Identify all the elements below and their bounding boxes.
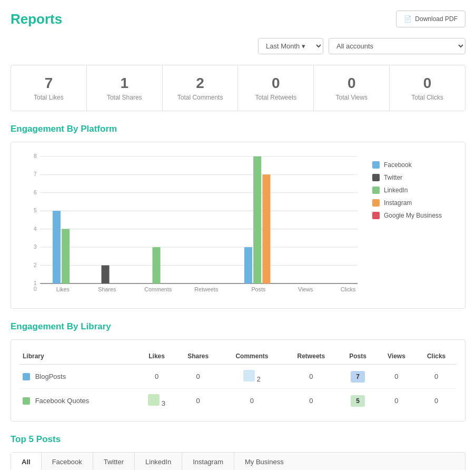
chart-container: 8 7 6 5 4 3 2 1 0 Likes xyxy=(11,142,465,309)
svg-text:5: 5 xyxy=(34,207,37,213)
svg-rect-18 xyxy=(62,229,70,283)
col-clicks: Clicks xyxy=(416,348,457,365)
svg-text:Views: Views xyxy=(298,286,313,292)
stat-total-retweets: 0 Total Retweets xyxy=(238,65,314,111)
svg-rect-22 xyxy=(152,247,160,283)
download-icon: 📄 xyxy=(404,15,412,23)
table-row: BlogPosts 0 0 2 0 7 0 0 xyxy=(19,365,457,389)
top5-posts-section: Top 5 Posts All Facebook Twitter LinkedI… xyxy=(11,434,465,470)
download-pdf-button[interactable]: 📄 Download PDF xyxy=(396,11,465,27)
col-likes: Likes xyxy=(137,348,176,365)
tab-mybusiness[interactable]: My Business xyxy=(234,453,294,470)
facebook-legend-color xyxy=(372,161,380,169)
table-row: Facebook Quotes 3 0 0 0 5 0 0 xyxy=(19,389,457,413)
blogposts-comments: 2 xyxy=(220,365,283,389)
svg-rect-25 xyxy=(244,247,252,283)
stat-total-clicks: 0 Total Clicks xyxy=(390,65,465,111)
svg-rect-27 xyxy=(262,174,270,283)
linkedin-legend-color xyxy=(372,187,380,194)
bar-chart: 8 7 6 5 4 3 2 1 0 Likes xyxy=(19,151,367,300)
chart-legend: Facebook Twitter LinkedIn Instagram xyxy=(372,151,457,300)
svg-text:0: 0 xyxy=(34,286,37,292)
legend-linkedin: LinkedIn xyxy=(372,187,457,194)
svg-text:Shares: Shares xyxy=(98,286,116,292)
blogposts-shares: 0 xyxy=(176,365,220,389)
legend-gmb: Google My Business xyxy=(372,212,457,219)
library-table: Library Likes Shares Comments Retweets P… xyxy=(19,348,457,413)
library-name-fbquotes: Facebook Quotes xyxy=(19,389,137,413)
likes-badge-green xyxy=(148,394,160,406)
svg-text:6: 6 xyxy=(34,189,37,195)
engagement-by-library-section: Engagement By Library Library Likes Shar… xyxy=(11,321,465,422)
legend-instagram: Instagram xyxy=(372,199,457,207)
col-comments: Comments xyxy=(220,348,283,365)
svg-text:Posts: Posts xyxy=(251,286,265,292)
posts-tabs-bar: All Facebook Twitter LinkedIn Instagram … xyxy=(11,452,465,470)
fbquotes-retweets: 0 xyxy=(283,389,339,413)
fbquotes-likes: 3 xyxy=(137,389,176,413)
comments-badge-blue xyxy=(243,370,255,381)
library-name-blogposts: BlogPosts xyxy=(19,365,137,389)
svg-rect-17 xyxy=(53,211,61,283)
blogposts-views: 0 xyxy=(377,365,416,389)
col-shares: Shares xyxy=(176,348,220,365)
svg-text:Clicks: Clicks xyxy=(341,286,356,292)
legend-twitter: Twitter xyxy=(372,174,457,181)
tab-linkedin[interactable]: LinkedIn xyxy=(135,453,182,470)
page-header: Reports 📄 Download PDF xyxy=(11,11,465,27)
col-library: Library xyxy=(19,348,137,365)
stat-total-comments: 2 Total Comments xyxy=(163,65,239,111)
gmb-legend-color xyxy=(372,212,380,219)
blogposts-retweets: 0 xyxy=(283,365,339,389)
accounts-filter[interactable]: All accounts Facebook Twitter LinkedIn I… xyxy=(329,38,465,54)
blogposts-posts: 7 xyxy=(339,365,376,389)
svg-rect-20 xyxy=(102,266,110,283)
library-table-container: Library Likes Shares Comments Retweets P… xyxy=(11,339,465,422)
col-posts: Posts xyxy=(339,348,376,365)
col-views: Views xyxy=(377,348,416,365)
legend-facebook: Facebook xyxy=(372,161,457,169)
stat-total-views: 0 Total Views xyxy=(314,65,390,111)
table-header-row: Library Likes Shares Comments Retweets P… xyxy=(19,348,457,365)
svg-text:Retweets: Retweets xyxy=(194,286,218,292)
svg-text:Likes: Likes xyxy=(56,286,70,292)
stat-total-shares: 1 Total Shares xyxy=(87,65,163,111)
fbquotes-comments: 0 xyxy=(220,389,283,413)
chart-svg: 8 7 6 5 4 3 2 1 0 Likes xyxy=(19,151,367,298)
fbquotes-posts: 5 xyxy=(339,389,376,413)
svg-text:Comments: Comments xyxy=(144,286,172,292)
page-title: Reports xyxy=(11,11,62,27)
library-icon-green xyxy=(23,397,30,405)
fbquotes-clicks: 0 xyxy=(416,389,457,413)
twitter-legend-color xyxy=(372,174,380,181)
tab-twitter[interactable]: Twitter xyxy=(93,453,135,470)
tab-all[interactable]: All xyxy=(11,453,42,470)
svg-text:2: 2 xyxy=(34,262,37,268)
col-retweets: Retweets xyxy=(283,348,339,365)
period-filter[interactable]: Last Month ▾ This Month Last 3 Months La… xyxy=(258,38,323,54)
filters-row: Last Month ▾ This Month Last 3 Months La… xyxy=(11,38,465,54)
svg-text:7: 7 xyxy=(34,171,37,177)
svg-text:4: 4 xyxy=(34,226,37,232)
stats-row: 7 Total Likes 1 Total Shares 2 Total Com… xyxy=(11,65,465,111)
blogposts-likes: 0 xyxy=(137,365,176,389)
instagram-legend-color xyxy=(372,199,380,207)
tab-facebook[interactable]: Facebook xyxy=(42,453,93,470)
svg-rect-26 xyxy=(253,156,261,283)
fbquotes-views: 0 xyxy=(377,389,416,413)
fbquotes-shares: 0 xyxy=(176,389,220,413)
svg-text:3: 3 xyxy=(34,243,37,250)
library-icon-blue xyxy=(23,373,30,380)
svg-text:8: 8 xyxy=(34,153,37,159)
blogposts-clicks: 0 xyxy=(416,365,457,389)
stat-total-likes: 7 Total Likes xyxy=(11,65,87,111)
tab-instagram[interactable]: Instagram xyxy=(182,453,234,470)
engagement-by-platform-section: Engagement By Platform 8 xyxy=(11,124,465,309)
